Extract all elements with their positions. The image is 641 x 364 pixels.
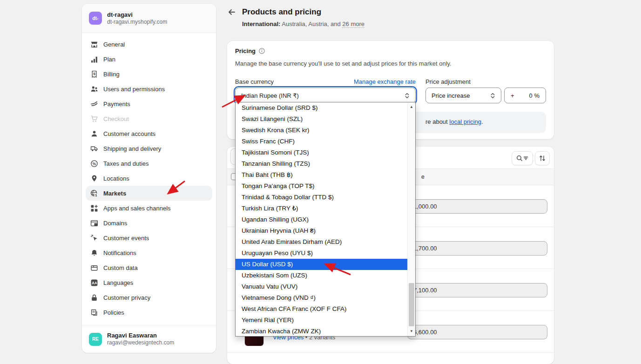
- sidebar-item-notifications[interactable]: Notifications: [86, 245, 212, 260]
- svg-text:$: $: [95, 193, 97, 197]
- currency-option[interactable]: US Dollar (USD $): [236, 259, 415, 270]
- sidebar-item-taxes-and-duties[interactable]: %Taxes and duties: [86, 156, 212, 171]
- sidebar-item-plan[interactable]: Plan: [86, 52, 212, 67]
- info-icon[interactable]: [258, 47, 265, 54]
- store-icon: [90, 40, 98, 48]
- price-input[interactable]: 1,000.00: [407, 199, 547, 214]
- settings-nav: GeneralPlan$BillingUsers and permissions…: [82, 33, 216, 320]
- currency-option[interactable]: West African CFA Franc (XOF F CFA): [236, 303, 415, 315]
- sidebar-item-users-and-permissions[interactable]: Users and permissions: [86, 81, 212, 96]
- currency-option[interactable]: Trinidad & Tobago Dollar (TTD $): [236, 192, 415, 203]
- currency-option[interactable]: Yemeni Rial (YER): [236, 315, 415, 326]
- checkout-cart-icon: [90, 115, 98, 123]
- chevron-updown-icon: [405, 93, 410, 99]
- settings-sidebar: dt- dt-ragavi dt-ragavi.myshopify.com Ge…: [82, 4, 216, 353]
- sidebar-item-label: Billing: [103, 71, 120, 78]
- sort-icon: [539, 155, 546, 162]
- currency-option[interactable]: Turkish Lira (TRY ₺): [236, 203, 415, 214]
- shipping-truck-icon: [90, 145, 98, 153]
- sidebar-item-label: Plan: [103, 56, 115, 63]
- store-switcher[interactable]: dt- dt-ragavi dt-ragavi.myshopify.com: [82, 4, 216, 33]
- sidebar-item-custom-data[interactable]: Custom data: [86, 260, 212, 275]
- user-name: Ragavi Easwaran: [107, 332, 174, 339]
- bell-icon: [90, 249, 98, 257]
- currency-option[interactable]: Uruguayan Peso (UYU $): [236, 248, 415, 259]
- sidebar-item-customer-privacy[interactable]: Customer privacy: [86, 290, 212, 305]
- currency-dropdown-list: Surinamese Dollar (SRD $)Swazi Lilangeni…: [235, 102, 416, 337]
- currency-option[interactable]: Vanuatu Vatu (VUV): [236, 281, 415, 292]
- sidebar-item-billing[interactable]: $Billing: [86, 67, 212, 81]
- apps-icon: [90, 204, 98, 212]
- sidebar-item-locations[interactable]: Locations: [86, 171, 212, 186]
- currency-option[interactable]: Tanzanian Shilling (TZS): [236, 158, 415, 169]
- sidebar-item-apps-and-sales-channels[interactable]: Apps and sales channels: [86, 201, 212, 216]
- currency-option[interactable]: Zambian Kwacha (ZMW ZK): [236, 326, 415, 337]
- currency-option[interactable]: Swazi Lilangeni (SZL): [236, 114, 415, 125]
- user-avatar: RE: [89, 333, 102, 346]
- store-domain: dt-ragavi.myshopify.com: [107, 19, 167, 26]
- sidebar-item-domains[interactable]: Domains: [86, 216, 212, 230]
- user-account[interactable]: RE Ragavi Easwaran ragavi@wedesigntech.c…: [82, 325, 216, 353]
- price-input[interactable]: 7,100.00: [407, 283, 547, 297]
- customer-accounts-icon: [90, 130, 98, 138]
- languages-icon: A: [90, 279, 98, 287]
- price-input[interactable]: 1,700.00: [407, 241, 547, 256]
- adjustment-sign: +: [511, 92, 514, 99]
- sort-button[interactable]: [535, 151, 550, 165]
- svg-text:A: A: [92, 280, 94, 285]
- sidebar-item-customer-events[interactable]: Customer events: [86, 230, 212, 245]
- pricing-card-title: Pricing: [235, 47, 256, 54]
- currency-option[interactable]: Ugandan Shilling (UGX): [236, 214, 415, 225]
- base-currency-select[interactable]: Indian Rupee (INR ₹): [235, 88, 416, 103]
- adjustment-value: 0 %: [529, 92, 540, 99]
- sidebar-item-label: Customer accounts: [103, 130, 155, 137]
- currency-option[interactable]: Swedish Krona (SEK kr): [236, 125, 415, 136]
- currency-option[interactable]: Surinamese Dollar (SRD $): [236, 102, 415, 114]
- currency-option[interactable]: Tongan Pa'anga (TOP T$): [236, 181, 415, 192]
- currency-option[interactable]: Thai Baht (THB ฿): [236, 169, 415, 181]
- base-currency-label: Base currency: [235, 78, 274, 85]
- market-subtitle: International: Australia, Austria, and 2…: [242, 20, 553, 27]
- sidebar-item-policies[interactable]: Policies: [86, 305, 212, 320]
- page-header: Products and pricing International: Aust…: [227, 7, 553, 27]
- scroll-up-icon[interactable]: ▲: [408, 103, 415, 111]
- currency-option[interactable]: Tajikistani Somoni (TJS): [236, 147, 415, 158]
- sidebar-item-markets[interactable]: $Markets: [86, 186, 212, 201]
- currency-option[interactable]: Swiss Franc (CHF): [236, 136, 415, 147]
- manage-exchange-rate-link[interactable]: Manage exchange rate: [354, 78, 416, 85]
- sidebar-item-label: Policies: [103, 309, 124, 316]
- sidebar-item-label: Users and permissions: [103, 86, 165, 93]
- sidebar-item-label: Domains: [103, 220, 127, 227]
- adjustment-type-select[interactable]: Price increase: [425, 88, 501, 103]
- svg-text:%: %: [93, 161, 96, 166]
- adjustment-percent-input[interactable]: + 0 %: [504, 88, 546, 103]
- currency-option[interactable]: Ukrainian Hryvnia (UAH ₴): [236, 225, 415, 236]
- banner-period: .: [481, 118, 483, 125]
- sidebar-item-customer-accounts[interactable]: Customer accounts: [86, 126, 212, 141]
- search-filter-button[interactable]: [512, 151, 533, 165]
- sidebar-item-label: Locations: [103, 175, 129, 182]
- more-countries-link[interactable]: 26 more: [342, 20, 364, 28]
- currency-option[interactable]: United Arab Emirates Dirham (AED): [236, 236, 415, 248]
- local-pricing-link[interactable]: local pricing: [449, 118, 481, 125]
- scrollbar-thumb[interactable]: [409, 283, 414, 326]
- store-name: dt-ragavi: [107, 11, 167, 19]
- sidebar-item-shipping-and-delivery[interactable]: Shipping and delivery: [86, 141, 212, 156]
- sidebar-item-label: Languages: [103, 279, 133, 286]
- sidebar-item-label: Apps and sales channels: [103, 205, 171, 212]
- sidebar-item-languages[interactable]: ALanguages: [86, 275, 212, 290]
- payments-icon: [90, 100, 98, 108]
- scroll-down-icon[interactable]: ▼: [408, 328, 415, 335]
- sidebar-item-checkout[interactable]: Checkout: [86, 111, 212, 126]
- price-adjustment-label: Price adjustment: [425, 78, 471, 85]
- currency-option[interactable]: Vietnamese Dong (VND ₫): [236, 292, 415, 303]
- market-subtitle-countries: Australia, Austria, and: [280, 20, 342, 27]
- sidebar-item-general[interactable]: General: [86, 37, 212, 52]
- currency-option[interactable]: Uzbekistani Som (UZS): [236, 270, 415, 281]
- sidebar-item-payments[interactable]: Payments: [86, 96, 212, 111]
- dropdown-scrollbar[interactable]: ▲ ▼: [407, 102, 415, 336]
- price-input[interactable]: 6,600.00: [407, 325, 547, 339]
- sidebar-item-label: Markets: [103, 190, 126, 197]
- sidebar-item-label: Checkout: [103, 115, 129, 122]
- back-arrow-icon[interactable]: [227, 7, 236, 17]
